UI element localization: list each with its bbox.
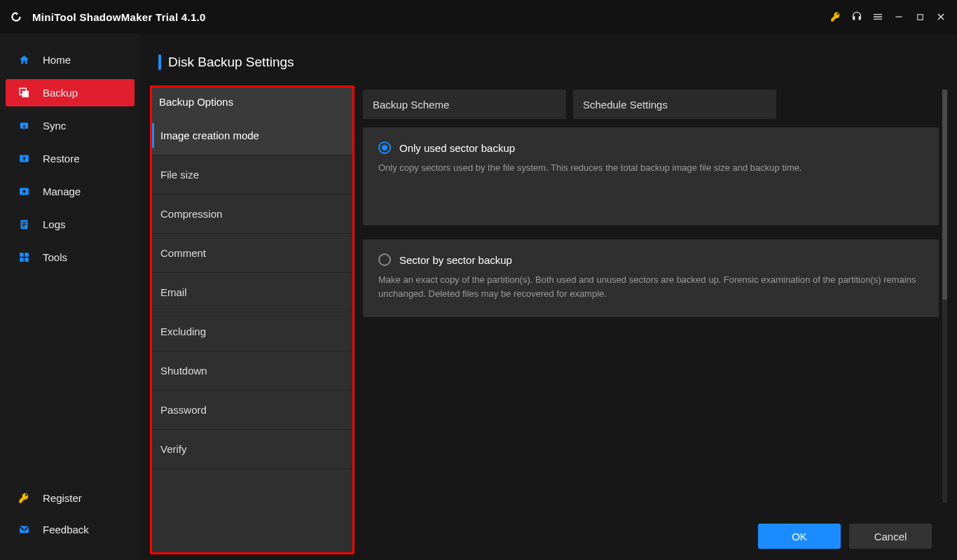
- option-comment[interactable]: Comment: [152, 234, 352, 273]
- svg-rect-14: [20, 258, 24, 262]
- backup-options-list: Image creation mode File size Compressio…: [152, 116, 352, 469]
- sidebar-item-home[interactable]: Home: [6, 46, 135, 74]
- manage-icon: [18, 186, 30, 197]
- sidebar-item-label: Restore: [43, 153, 80, 164]
- sidebar-item-sync[interactable]: Sync: [6, 112, 135, 139]
- svg-rect-9: [22, 222, 27, 223]
- sync-icon: [18, 120, 30, 132]
- svg-rect-11: [22, 226, 25, 227]
- tab-schedule-settings[interactable]: Schedule Settings: [573, 90, 776, 119]
- app-logo-icon: [6, 6, 27, 27]
- radio-description: Make an exact copy of the partition(s). …: [378, 273, 923, 300]
- sidebar-item-label: Tools: [43, 251, 67, 263]
- option-image-creation-mode[interactable]: Image creation mode: [152, 116, 352, 155]
- support-headset-icon[interactable]: [846, 6, 867, 27]
- scrollbar-thumb[interactable]: [942, 90, 947, 300]
- svg-rect-15: [25, 258, 29, 262]
- svg-rect-10: [22, 224, 27, 225]
- svg-rect-1: [917, 14, 923, 20]
- scrollbar[interactable]: [942, 90, 947, 503]
- svg-rect-13: [25, 253, 29, 257]
- dialog-footer: OK Cancel: [363, 517, 939, 550]
- sidebar-item-label: Manage: [43, 186, 81, 197]
- svg-rect-3: [22, 91, 29, 97]
- tab-backup-options[interactable]: Backup Options: [152, 88, 352, 116]
- tab-backup-scheme[interactable]: Backup Scheme: [363, 90, 566, 119]
- menu-icon[interactable]: [867, 6, 888, 27]
- restore-icon: [18, 153, 30, 164]
- sidebar-register[interactable]: Register: [6, 484, 135, 512]
- maximize-button[interactable]: [909, 6, 930, 27]
- option-password[interactable]: Password: [152, 391, 352, 430]
- sidebar-item-label: Home: [43, 54, 71, 66]
- option-shutdown[interactable]: Shutdown: [152, 351, 352, 391]
- sidebar-item-label: Sync: [43, 120, 66, 132]
- sidebar-item-label: Register: [43, 492, 82, 504]
- option-email[interactable]: Email: [152, 273, 352, 312]
- close-button[interactable]: [930, 6, 951, 27]
- option-verify[interactable]: Verify: [152, 430, 352, 469]
- header-accent-bar: [158, 55, 161, 70]
- minimize-button[interactable]: [888, 6, 909, 27]
- radio-icon[interactable]: [378, 253, 391, 266]
- radio-icon[interactable]: [378, 141, 391, 154]
- key-icon: [18, 492, 30, 504]
- backup-icon: [18, 87, 30, 99]
- sidebar-item-label: Logs: [43, 218, 66, 230]
- tools-icon: [18, 251, 30, 263]
- sidebar-feedback[interactable]: Feedback: [6, 516, 135, 543]
- page-title: Disk Backup Settings: [168, 55, 294, 70]
- content-area: Disk Backup Settings Backup Options Imag…: [140, 34, 957, 560]
- radio-label: Sector by sector backup: [399, 254, 512, 266]
- page-header: Disk Backup Settings: [158, 55, 947, 70]
- ok-button[interactable]: OK: [758, 524, 841, 549]
- home-icon: [18, 54, 30, 66]
- option-compression[interactable]: Compression: [152, 195, 352, 234]
- sidebar-item-manage[interactable]: Manage: [6, 178, 135, 205]
- sidebar: Home Backup Sync Restore: [0, 34, 140, 560]
- svg-rect-12: [20, 253, 24, 257]
- app-title: MiniTool ShadowMaker Trial 4.1.0: [32, 11, 206, 23]
- sidebar-item-restore[interactable]: Restore: [6, 145, 135, 172]
- sidebar-item-label: Feedback: [43, 524, 89, 536]
- settings-detail-panel: Backup Scheme Schedule Settings Only use…: [363, 85, 947, 554]
- option-card-sector-by-sector[interactable]: Sector by sector backup Make an exact co…: [363, 239, 939, 317]
- option-card-used-sector[interactable]: Only used sector backup Only copy sector…: [363, 127, 939, 225]
- sidebar-item-logs[interactable]: Logs: [6, 211, 135, 238]
- radio-label: Only used sector backup: [399, 142, 515, 154]
- backup-options-tab-panel: Backup Options Image creation mode File …: [150, 85, 354, 554]
- sidebar-item-label: Backup: [43, 87, 78, 99]
- radio-description: Only copy sectors used by the file syste…: [378, 161, 923, 175]
- sidebar-item-tools[interactable]: Tools: [6, 244, 135, 271]
- title-bar: MiniTool ShadowMaker Trial 4.1.0: [0, 0, 957, 34]
- sidebar-item-backup[interactable]: Backup: [6, 79, 135, 106]
- option-excluding[interactable]: Excluding: [152, 312, 352, 351]
- cancel-button[interactable]: Cancel: [849, 524, 932, 549]
- mail-icon: [18, 524, 30, 536]
- upgrade-key-icon[interactable]: [825, 6, 846, 27]
- svg-point-7: [22, 190, 25, 192]
- svg-rect-0: [895, 16, 902, 17]
- logs-icon: [18, 218, 30, 230]
- option-file-size[interactable]: File size: [152, 155, 352, 195]
